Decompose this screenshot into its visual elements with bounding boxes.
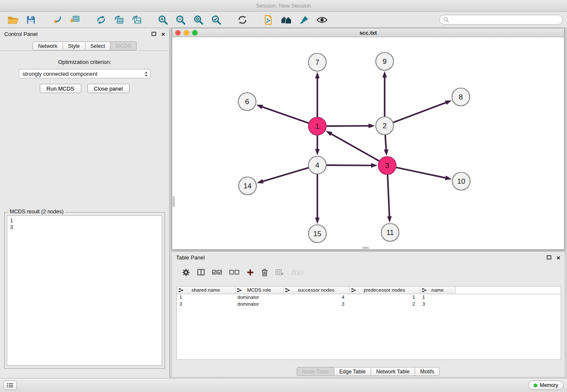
optimization-criterion-select[interactable]: strongly connected component — [19, 69, 151, 78]
mcds-result-item[interactable]: 1 — [10, 217, 159, 224]
column-header-name[interactable]: name — [420, 287, 455, 294]
cell-mcds-role[interactable]: dominator — [235, 294, 283, 301]
import-network-button[interactable] — [48, 13, 66, 27]
tab-node-table[interactable]: Node Table — [297, 367, 334, 376]
cell-name[interactable]: 1 — [420, 294, 455, 301]
tab-edge-table[interactable]: Edge Table — [334, 367, 371, 376]
node-14[interactable]: 14 — [239, 177, 256, 195]
edge-4-14[interactable] — [257, 168, 308, 183]
node-7[interactable]: 7 — [308, 53, 326, 71]
node-4[interactable]: 4 — [308, 156, 326, 174]
function-builder-button[interactable]: f(x) — [291, 268, 303, 276]
home-button[interactable] — [278, 13, 295, 27]
zoom-in-button[interactable] — [154, 13, 172, 27]
tab-network-table[interactable]: Network Table — [371, 367, 415, 376]
vertical-scrollbar-thumb[interactable] — [173, 196, 175, 207]
open-session-button[interactable] — [4, 13, 22, 27]
search-input[interactable] — [451, 17, 559, 23]
edge-1-6[interactable] — [256, 105, 309, 123]
cell-successor-nodes[interactable]: 3 — [283, 301, 349, 307]
edge-2-3[interactable] — [384, 135, 388, 156]
network-window-titlebar[interactable]: scc.txt ×−+ — [172, 28, 564, 37]
edge-3-10[interactable] — [396, 168, 452, 180]
show-columns-button[interactable] — [197, 268, 205, 276]
network-canvas[interactable]: 7968124310141511 — [172, 37, 564, 249]
node-10[interactable]: 10 — [452, 172, 470, 190]
refresh-button[interactable] — [234, 13, 251, 27]
homes-icon — [281, 15, 292, 25]
tab-network[interactable]: Network — [33, 41, 63, 50]
close-panel-button[interactable]: × — [161, 31, 165, 37]
float-panel-button[interactable] — [151, 32, 156, 36]
column-header-shared-name[interactable]: shared name — [177, 287, 235, 294]
node-6[interactable]: 6 — [238, 93, 256, 110]
run-mcds-button[interactable]: Run MCDS — [40, 84, 81, 93]
horizontal-scrollbar-thumb[interactable] — [362, 247, 369, 249]
zoom-selected-button[interactable] — [207, 13, 225, 27]
edge-1-7[interactable] — [315, 72, 320, 117]
cell-successor-nodes[interactable]: 4 — [283, 294, 349, 301]
float-table-panel-button[interactable] — [547, 255, 551, 259]
export-image-button[interactable] — [128, 13, 146, 27]
cell-predecessor-nodes[interactable]: 2 — [349, 301, 420, 307]
close-mcds-panel-button[interactable]: Close panel — [87, 84, 130, 93]
export-table-button[interactable] — [110, 13, 128, 27]
minimize-window-icon[interactable]: − — [184, 30, 189, 36]
node-1[interactable]: 1 — [308, 117, 326, 135]
cell-shared-name[interactable]: 3 — [177, 301, 235, 307]
tab-motifs[interactable]: Motifs — [415, 367, 440, 376]
panel-menu-button[interactable] — [3, 381, 17, 390]
svg-text:2: 2 — [383, 122, 386, 130]
select-all-columns-button[interactable] — [212, 269, 222, 276]
cell-mcds-role[interactable]: dominator — [235, 301, 283, 307]
node-3[interactable]: 3 — [378, 157, 396, 174]
node-11[interactable]: 11 — [381, 224, 399, 241]
tab-select[interactable]: Select — [85, 41, 111, 50]
table-row[interactable]: 3dominator323 — [177, 301, 561, 307]
column-header-successor-nodes[interactable]: successor nodes — [283, 287, 349, 294]
edge-2-8[interactable] — [394, 100, 452, 122]
memory-status-icon — [534, 384, 537, 387]
edge-1-2[interactable] — [327, 124, 375, 128]
unselect-all-columns-button[interactable] — [229, 269, 239, 276]
table-settings-button[interactable] — [182, 268, 190, 276]
node-8[interactable]: 8 — [452, 88, 470, 106]
mcds-result-item[interactable]: 3 — [10, 224, 159, 231]
edge-4-3[interactable] — [327, 163, 377, 168]
save-session-button[interactable] — [22, 13, 40, 27]
cell-shared-name[interactable]: 1 — [177, 294, 235, 301]
edge-2-9[interactable] — [383, 71, 387, 116]
memory-button[interactable]: Memory — [528, 381, 564, 390]
edge-3-1[interactable] — [326, 131, 379, 161]
close-table-panel-button[interactable]: × — [556, 254, 560, 261]
tab-mcds[interactable]: MCDS — [110, 41, 137, 50]
import-table-button[interactable] — [66, 13, 84, 27]
edge-1-4[interactable] — [315, 135, 320, 155]
tab-style[interactable]: Style — [63, 41, 85, 50]
node-2[interactable]: 2 — [376, 117, 394, 135]
create-column-button[interactable] — [247, 269, 254, 276]
search-box[interactable] — [439, 15, 563, 25]
export-network-button[interactable] — [92, 13, 110, 27]
node-15[interactable]: 15 — [308, 225, 326, 243]
network-document-button[interactable] — [260, 13, 278, 27]
cell-name[interactable]: 3 — [420, 301, 455, 307]
delete-table-button[interactable] — [275, 269, 284, 276]
apply-style-button[interactable] — [295, 13, 313, 27]
edge-4-15[interactable] — [315, 174, 320, 224]
zoom-fit-button[interactable] — [190, 13, 207, 27]
close-window-icon[interactable]: × — [175, 30, 181, 36]
delete-columns-button[interactable] — [261, 268, 268, 276]
column-header-predecessor-nodes[interactable]: predecessor nodes — [349, 287, 420, 294]
table-row[interactable]: 1dominator411 — [177, 294, 561, 301]
column-header-mcds-role[interactable]: MCDS role — [235, 287, 283, 294]
cell-predecessor-nodes[interactable]: 1 — [349, 294, 420, 301]
edge-3-11[interactable] — [387, 175, 392, 223]
zoom-window-icon[interactable]: + — [192, 30, 198, 36]
show-details-button[interactable] — [313, 13, 331, 27]
column-header-label: name — [432, 287, 444, 293]
node-9[interactable]: 9 — [376, 52, 394, 70]
mcds-result-list[interactable]: 13 — [7, 215, 162, 366]
main-toolbar — [0, 12, 567, 28]
zoom-out-button[interactable] — [172, 13, 190, 27]
